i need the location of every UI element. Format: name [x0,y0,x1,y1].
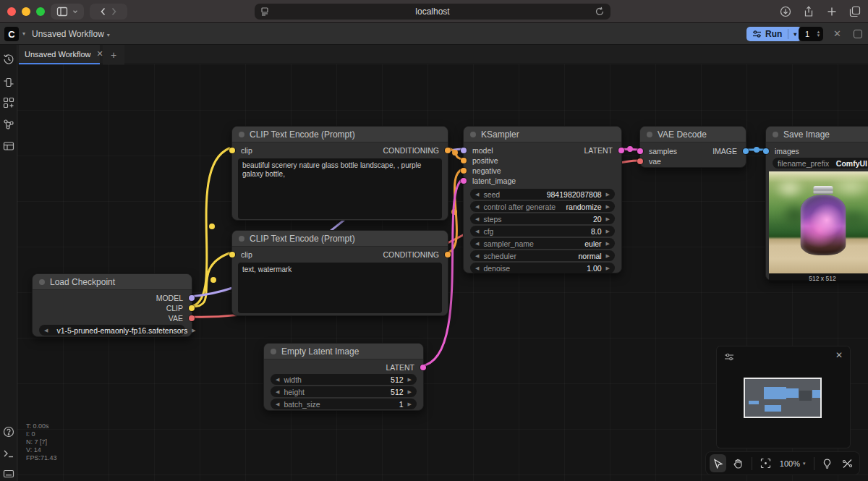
input-slot-latent-image[interactable]: latent_image [464,176,621,186]
node-header[interactable]: KSampler [464,127,621,142]
collapse-dot-icon[interactable] [271,349,276,354]
latent-slot-dot[interactable] [637,148,643,154]
input-slot-negative[interactable]: negative [464,166,621,176]
close-window-button[interactable] [7,7,16,16]
reload-icon[interactable] [595,7,605,17]
height-widget[interactable]: ◀height512▶ [271,386,417,397]
output-slot-model[interactable]: MODEL [33,293,192,303]
node-clip-text-encode-negative[interactable]: CLIP Text Encode (Prompt) clip CONDITION… [231,230,448,316]
output-slot-conditioning[interactable]: CONDITIONING [340,250,448,260]
collapse-dot-icon[interactable] [470,132,476,137]
new-tab-icon[interactable] [826,6,838,17]
clear-queue-button[interactable]: ✕ [833,28,841,40]
new-workflow-tab-button[interactable]: + [103,45,124,64]
queue-panel-button[interactable] [854,30,862,38]
toggle-links-button[interactable] [839,454,856,472]
node-header[interactable]: Save Image [766,127,868,142]
minimap-viewport[interactable] [744,378,822,418]
terminal-icon[interactable] [3,448,14,459]
input-slot-images[interactable]: images [766,146,868,156]
node-header[interactable]: VAE Decode [640,127,746,142]
stepper-down-icon[interactable]: ▼ [817,34,821,38]
conditioning-slot-dot[interactable] [445,148,451,153]
back-icon[interactable] [100,7,106,16]
denoise-widget[interactable]: ◀denoise1.00▶ [470,263,615,273]
vae-slot-dot[interactable] [189,315,195,321]
node-header[interactable]: CLIP Text Encode (Prompt) [232,127,448,142]
input-slot-clip[interactable]: clip [232,145,340,156]
queue-history-icon[interactable] [3,54,14,65]
ckpt-name-widget[interactable]: ◀ c ... v1-5-pruned-emaonly-fp16.safeten… [39,325,185,336]
node-header[interactable]: Load Checkpoint [33,274,192,290]
prompt-textarea[interactable]: text, watermark [238,263,442,313]
next-arrow-icon[interactable]: ▶ [192,328,195,333]
comfyui-logo[interactable]: C [4,27,19,41]
workflow-name-menu[interactable]: Unsaved Workflow▾ [32,29,110,39]
sampler-name-widget[interactable]: ◀sampler_nameeuler▶ [470,238,615,249]
steps-widget[interactable]: ◀steps20▶ [470,213,615,224]
logo-chevron-down-icon[interactable]: ▾ [22,30,25,37]
generated-image-preview[interactable] [769,171,868,273]
toggle-theme-button[interactable] [819,454,835,472]
minimap-panel[interactable]: ✕ [716,346,851,448]
fit-view-button[interactable] [757,454,774,472]
clip-slot-dot[interactable] [229,148,235,153]
node-save-image[interactable]: Save Image images filename_prefixComfyUI… [765,126,868,281]
address-bar[interactable]: localhost [255,4,610,20]
zoom-level-dropdown[interactable]: 100% ▾ [777,459,809,468]
seed-widget[interactable]: ◀seed9841982087808▶ [470,189,615,200]
collapse-dot-icon[interactable] [773,132,778,137]
select-tool-button[interactable] [710,454,726,472]
node-icon[interactable] [3,77,14,88]
workflows-icon[interactable] [3,140,14,152]
input-slot-clip[interactable]: clip [232,250,340,260]
output-slot-vae[interactable]: VAE [33,313,192,323]
scheduler-widget[interactable]: ◀schedulernormal▶ [470,250,615,261]
model-slot-dot[interactable] [189,295,195,301]
share-icon[interactable] [803,6,814,17]
node-vae-decode[interactable]: VAE Decode IMAGE samples vae [639,126,746,168]
logs-panel-icon[interactable] [3,468,14,480]
vae-slot-dot[interactable] [637,158,643,164]
input-slot-vae[interactable]: vae [640,156,746,166]
image-slot-dot[interactable] [763,148,769,154]
conditioning-slot-dot[interactable] [445,252,451,257]
tab-overview-icon[interactable] [849,6,861,17]
minimap-settings-icon[interactable] [724,352,734,362]
latent-slot-dot[interactable] [461,178,467,184]
node-clip-text-encode-positive[interactable]: CLIP Text Encode (Prompt) clip CONDITION… [231,126,448,221]
minimize-window-button[interactable] [22,7,30,16]
pan-tool-button[interactable] [729,454,746,472]
minimap-close-icon[interactable]: ✕ [835,350,843,360]
collapse-dot-icon[interactable] [239,236,244,242]
model-library-icon[interactable] [3,119,14,130]
width-widget[interactable]: ◀width512▶ [271,374,417,385]
batch-size-widget[interactable]: ◀batch_size1▶ [271,399,417,409]
reader-icon[interactable] [260,7,271,17]
run-button[interactable]: Run ▾ [746,27,801,41]
node-empty-latent-image[interactable]: Empty Latent Image LATENT ◀width512▶ ◀he… [263,343,424,411]
node-header[interactable]: CLIP Text Encode (Prompt) [232,231,448,247]
downloads-icon[interactable] [780,6,791,17]
drag-handle[interactable] [732,30,739,39]
browser-sidebar-button[interactable] [51,4,84,20]
node-ksampler[interactable]: KSampler LATENT model positive negative … [463,126,622,273]
conditioning-slot-dot[interactable] [461,158,467,163]
clip-slot-dot[interactable] [189,305,195,311]
tab-unsaved-workflow[interactable]: Unsaved Workflow ✕ [19,45,100,64]
help-icon[interactable] [3,426,14,438]
model-slot-dot[interactable] [461,148,467,153]
clip-slot-dot[interactable] [229,252,235,257]
output-slot-clip[interactable]: CLIP [33,303,192,313]
output-slot-latent[interactable]: LATENT [264,362,423,373]
collapse-dot-icon[interactable] [39,279,45,285]
prev-arrow-icon[interactable]: ◀ [44,328,48,333]
output-slot-conditioning[interactable]: CONDITIONING [340,145,448,156]
forward-icon[interactable] [111,7,117,16]
cfg-widget[interactable]: ◀cfg8.0▶ [470,226,615,237]
batch-count-input[interactable]: 1 ▲▼ [799,27,823,41]
node-load-checkpoint[interactable]: Load Checkpoint MODEL CLIP VAE ◀ c ... v… [32,273,192,337]
control-after-generate-widget[interactable]: ◀control after generaterandomize▶ [470,201,615,212]
node-library-icon[interactable] [3,97,14,108]
filename-prefix-widget[interactable]: filename_prefixComfyUI [773,158,868,169]
